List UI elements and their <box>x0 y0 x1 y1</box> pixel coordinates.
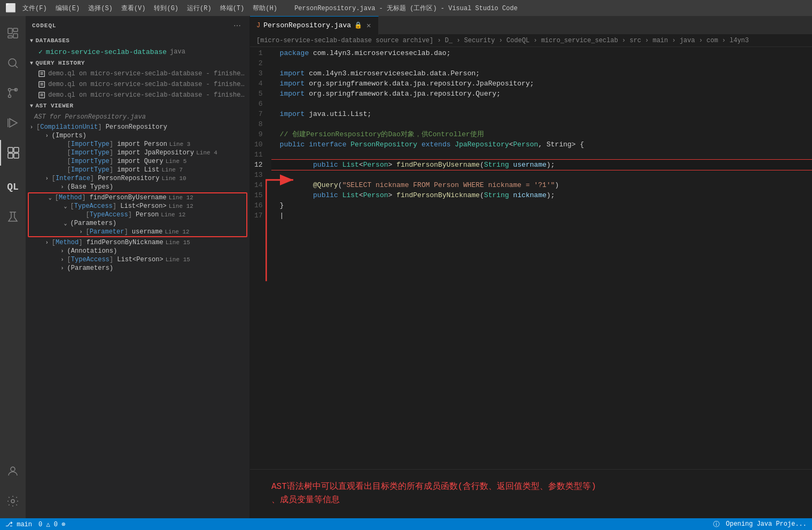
menu-view[interactable]: 查看(V) <box>121 4 146 13</box>
ast-title: AST for PersonRepository.java <box>26 111 249 123</box>
activity-run[interactable] <box>0 110 26 136</box>
code-line-2 <box>271 58 812 68</box>
java-file-icon: J <box>256 22 260 29</box>
status-message: Opening Java Proje... <box>726 520 807 528</box>
query-item-2[interactable]: demo.ql on micro-service-seclab-database… <box>26 79 249 90</box>
line-num-2: 2 <box>254 58 263 68</box>
code-content[interactable]: package com.l4yn3.microserviceseclab.dao… <box>271 47 812 469</box>
menu-file[interactable]: 文件(F) <box>22 4 47 13</box>
svg-rect-18 <box>39 71 45 77</box>
line-num-13: 13 <box>254 170 263 180</box>
status-left: ⎇ main 0 △ 0 ⊗ <box>5 520 65 528</box>
line-num-7: 7 <box>254 109 263 119</box>
main-layout: QL CODEQL ⋯ ▼ DATABASES ✓ mic <box>0 16 812 518</box>
line-num-14: 14 <box>254 180 263 190</box>
query-icon-2 <box>38 81 45 88</box>
line-num-3: 3 <box>254 68 263 79</box>
databases-section-header[interactable]: ▼ DATABASES <box>26 35 249 46</box>
line-num-11: 11 <box>254 150 263 160</box>
ast-node-import-person[interactable]: [ImportType] import Person Line 3 <box>26 140 249 149</box>
menu-select[interactable]: 选择(S) <box>88 4 113 13</box>
activity-settings[interactable] <box>0 488 26 514</box>
ast-viewer-chevron: ▼ <box>30 103 34 109</box>
ast-node-basetypes[interactable]: › (Base Types) <box>26 183 249 191</box>
svg-point-16 <box>11 467 15 471</box>
activity-codeql[interactable]: QL <box>0 174 26 200</box>
menu-goto[interactable]: 转到(G) <box>154 4 178 13</box>
ast-node-typeaccess-person[interactable]: [TypeAccess] Person Line 12 <box>29 211 246 219</box>
ast-viewer-header[interactable]: ▼ AST VIEWER <box>26 100 249 111</box>
tab-person-repository[interactable]: J PersonRepository.java 🔒 ✕ <box>250 16 379 35</box>
line-num-6: 6 <box>254 99 263 109</box>
svg-rect-1 <box>13 28 18 32</box>
code-line-3: import com.l4yn3.microserviceseclab.data… <box>271 68 812 79</box>
vscode-icon: ⬜ <box>5 3 16 13</box>
status-errors: 0 △ 0 ⊗ <box>38 520 65 528</box>
svg-rect-14 <box>14 153 19 158</box>
code-line-9: // 创建PersionRespository的Dao对象，供Controlle… <box>271 129 812 139</box>
code-line-7: import java.util.List; <box>271 109 812 119</box>
db-checkmark-icon: ✓ <box>38 48 43 56</box>
ast-node-parameters[interactable]: ⌄ (Parameters) <box>29 219 246 228</box>
line-num-8: 8 <box>254 119 263 129</box>
line-num-17: 17 <box>254 211 263 221</box>
svg-rect-21 <box>39 82 45 88</box>
titlebar: ⬜ 文件(F) 编辑(E) 选择(S) 查看(V) 转到(G) 运行(R) 终端… <box>0 0 812 16</box>
ast-node-typeaccess-list[interactable]: ⌄ [TypeAccess] List<Person> Line 12 <box>29 202 246 211</box>
ast-node-param-username[interactable]: › [Parameter] username Line 12 <box>29 228 246 236</box>
ast-node-import-list[interactable]: [ImportType] import List Line 7 <box>26 166 249 174</box>
menu-edit[interactable]: 编辑(E) <box>56 4 80 13</box>
code-line-1: package com.l4yn3.microserviceseclab.dao… <box>271 48 812 58</box>
databases-label: DATABASES <box>36 37 70 44</box>
tab-close-button[interactable]: ✕ <box>365 21 372 30</box>
ast-node-annotations[interactable]: › (Annotations) <box>26 247 249 255</box>
menu-help[interactable]: 帮助(H) <box>253 4 277 13</box>
activity-test[interactable] <box>0 204 26 230</box>
activity-extensions[interactable] <box>0 140 26 166</box>
ast-node-interface[interactable]: › [Interface] PersonRepository Line 10 <box>26 174 249 183</box>
ast-node-import-jpa[interactable]: [ImportType] import JpaRepository Line 4 <box>26 149 249 157</box>
ast-tree: › [CompilationUnit] PersonRepository › (… <box>26 123 249 272</box>
sidebar-more-button[interactable]: ⋯ <box>231 20 243 31</box>
titlebar-menu: 文件(F) 编辑(E) 选择(S) 查看(V) 转到(G) 运行(R) 终端(T… <box>22 4 277 13</box>
db-name: micro-service-seclab-database <box>46 48 167 56</box>
sidebar: CODEQL ⋯ ▼ DATABASES ✓ micro-service-sec… <box>26 16 250 518</box>
menu-run[interactable]: 运行(R) <box>187 4 212 13</box>
activity-git[interactable] <box>0 80 26 106</box>
ast-node-typeaccess-list-15[interactable]: › [TypeAccess] List<Person> Line 15 <box>26 255 249 264</box>
line-num-1: 1 <box>254 48 263 58</box>
ast-node-parameters-15[interactable]: › (Parameters) <box>26 264 249 272</box>
ast-node-method-findperson[interactable]: ⌄ [Method] findPersonByUsername Line 12 <box>29 193 246 202</box>
activity-account[interactable] <box>0 458 26 484</box>
query-item-1[interactable]: demo.ql on micro-service-seclab-database… <box>26 68 249 79</box>
code-line-11 <box>271 150 812 160</box>
database-item[interactable]: ✓ micro-service-seclab-database java <box>26 46 249 58</box>
ast-section: AST for PersonRepository.java › [Compila… <box>26 111 249 518</box>
line-num-4: 4 <box>254 79 263 89</box>
ast-node-imports[interactable]: › (Imports) <box>26 131 249 140</box>
svg-point-8 <box>9 89 11 91</box>
lock-icon: 🔒 <box>354 21 362 29</box>
svg-marker-9 <box>10 119 17 127</box>
code-line-10: public interface PersonRepository extend… <box>271 139 812 150</box>
svg-rect-0 <box>8 28 12 34</box>
svg-point-4 <box>9 59 16 66</box>
ast-node-import-query[interactable]: [ImportType] import Query Line 5 <box>26 157 249 166</box>
svg-point-6 <box>9 95 11 98</box>
titlebar-left: ⬜ 文件(F) 编辑(E) 选择(S) 查看(V) 转到(G) 运行(R) 终端… <box>5 3 277 13</box>
line-num-10: 10 <box>254 139 263 150</box>
menu-terminal[interactable]: 终端(T) <box>220 4 245 13</box>
query-item-3[interactable]: demo.ql on micro-service-seclab-database… <box>26 90 249 100</box>
line-num-16: 16 <box>254 200 263 211</box>
svg-rect-12 <box>14 147 19 152</box>
status-branch[interactable]: ⎇ main <box>5 520 32 528</box>
activity-explorer[interactable] <box>0 20 26 46</box>
line-num-9: 9 <box>254 129 263 139</box>
activity-search[interactable] <box>0 50 26 76</box>
code-line-8 <box>271 119 812 129</box>
status-info-icon: ⓘ <box>713 520 720 529</box>
ast-node-compilationunit[interactable]: › [CompilationUnit] PersonRepository <box>26 123 249 131</box>
ast-node-method-findnickname[interactable]: › [Method] findPersonByNickname Line 15 <box>26 238 249 247</box>
query-history-header[interactable]: ▼ QUERY HISTORY <box>26 58 249 68</box>
code-line-4: import org.springframework.data.jpa.repo… <box>271 79 812 89</box>
